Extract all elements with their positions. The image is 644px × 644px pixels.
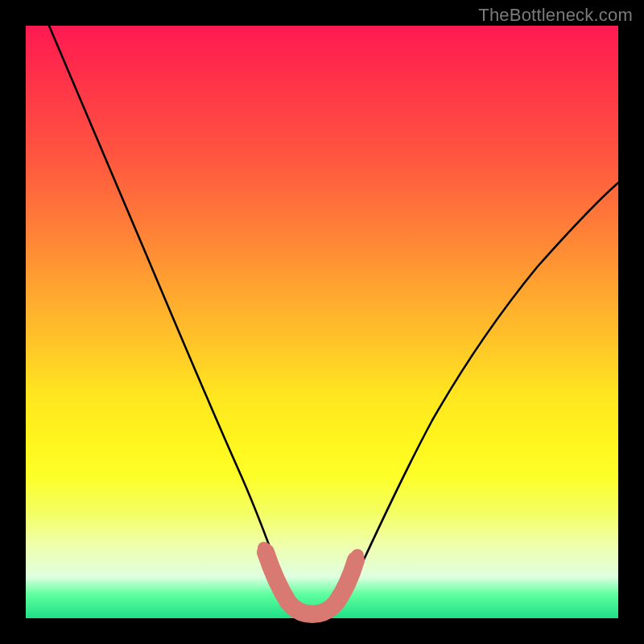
chart-svg [26, 26, 618, 618]
watermark-text: TheBottleneck.com [478, 5, 633, 26]
plot-area [26, 26, 618, 618]
chart-frame: TheBottleneck.com [0, 0, 644, 644]
optimal-marker-path [266, 552, 356, 614]
optimal-marker-dot-right [351, 549, 364, 562]
curve-path [49, 26, 618, 616]
optimal-marker-dot-left [258, 542, 270, 555]
